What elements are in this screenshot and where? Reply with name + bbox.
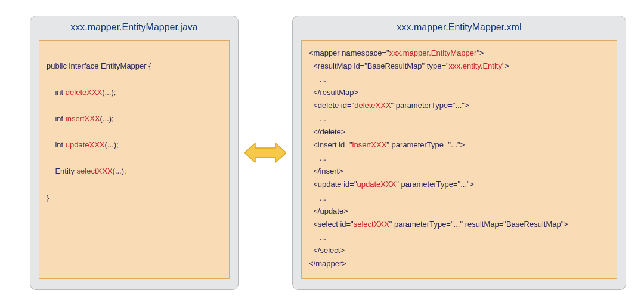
xml-l14c: " parameterType="..." resultMap="BaseRes…: [389, 220, 568, 229]
xml-l15: ...: [309, 233, 326, 242]
java-code-box: public interface EntityMapper { int dele…: [39, 40, 230, 279]
xml-l7: </delete>: [309, 127, 345, 136]
java-m3-suffix: (...);: [105, 140, 119, 149]
xml-code-box: <mapper namespace="xxx.mapper.EntityMapp…: [301, 40, 617, 279]
java-m4-suffix: (...);: [113, 167, 126, 175]
svg-marker-0: [244, 143, 286, 162]
xml-l17: </mapper>: [309, 259, 346, 268]
java-m1-suffix: (...);: [102, 88, 116, 97]
java-close: }: [47, 193, 49, 202]
java-m1-prefix: int: [47, 88, 66, 97]
xml-l14a: <select id=": [309, 220, 354, 229]
xml-l8a: <insert id=": [309, 140, 352, 149]
xml-l2b: xxx.entity.Entity: [449, 61, 502, 70]
xml-l5a: <delete id=": [309, 101, 354, 110]
xml-l6: ...: [309, 114, 326, 123]
xml-panel: xxx.mapper.EntityMapper.xml <mapper name…: [292, 16, 626, 290]
xml-l1b: xxx.mapper.EntityMapper: [389, 48, 477, 57]
bidirectional-arrow-icon: [242, 141, 289, 165]
xml-l4: </resultMap>: [309, 88, 358, 97]
xml-l10: </insert>: [309, 167, 343, 175]
xml-l3: ...: [309, 75, 326, 84]
xml-l11c: " parameterType="...">: [396, 180, 474, 189]
java-m2-suffix: (...);: [100, 114, 114, 123]
xml-l1a: <mapper namespace=": [309, 48, 389, 57]
java-panel-title: xxx.mapper.EntityMapper.java: [30, 16, 238, 40]
xml-l2a: <resultMap id="BaseResultMap" type=": [309, 61, 449, 70]
xml-panel-title: xxx.mapper.EntityMapper.xml: [293, 16, 626, 40]
xml-l8c: " parameterType="...">: [386, 140, 465, 149]
java-m3-prefix: int: [47, 140, 66, 149]
java-m2-name: insertXXX: [66, 114, 100, 123]
xml-l5c: " parameterType="...">: [391, 101, 469, 110]
java-m2-prefix: int: [47, 114, 66, 123]
java-m4-prefix: Entity: [47, 167, 77, 175]
xml-l5b: deleteXXX: [354, 101, 391, 110]
java-m3-name: updateXXX: [66, 140, 105, 149]
xml-l9: ...: [309, 153, 326, 162]
xml-l1c: ">: [476, 48, 484, 57]
xml-l8b: insertXXX: [352, 140, 387, 149]
java-m4-name: selectXXX: [77, 167, 113, 175]
diagram-container: xxx.mapper.EntityMapper.java public inte…: [0, 0, 644, 305]
xml-l11b: updateXXX: [357, 180, 397, 189]
xml-l16: </select>: [309, 246, 345, 255]
xml-l13: </update>: [309, 207, 348, 215]
xml-l2c: ">: [502, 61, 509, 70]
xml-l11a: <update id=": [309, 180, 357, 189]
xml-l12: ...: [309, 193, 326, 202]
java-m1-name: deleteXXX: [66, 88, 102, 97]
java-panel: xxx.mapper.EntityMapper.java public inte…: [30, 16, 239, 290]
java-decl: public interface EntityMapper {: [47, 61, 151, 70]
xml-l14b: selectXXX: [354, 220, 389, 229]
